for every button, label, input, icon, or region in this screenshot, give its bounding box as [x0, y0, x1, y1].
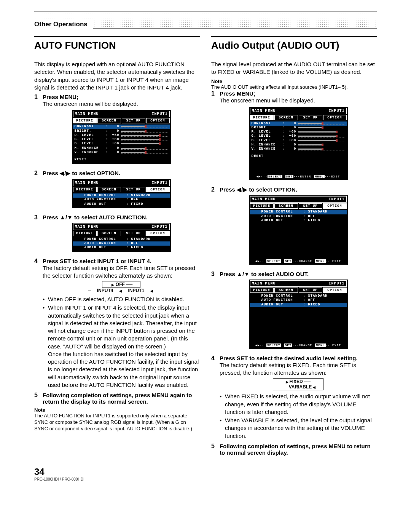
right-step-4: 4 Press SET to select the desired audio … [211, 355, 377, 441]
left-steps: 1 Press MENU; The onscreen menu will be … [34, 94, 200, 405]
osd-footer: ◀▶···SELECT SET···CHANGE MENU···EXIT [250, 343, 347, 347]
osd-row-label: POWER CONTROL [84, 193, 126, 198]
osd-row-value: +60 [110, 142, 121, 146]
osd-row-label: CONTRAST [252, 121, 282, 126]
osd-footer: ◀▶···SELECT SET···CHANGE MENU···EXIT [250, 259, 347, 263]
right-steps: 1 Press MENU; The onscreen menu will be … [211, 90, 377, 456]
osd-row-value: +60 [287, 130, 298, 134]
osd-row-label: G. LEVEL [252, 134, 282, 138]
cycle-diagram-fixed-variable: ▶ FIXED ── ── VARIABLE ◀ [260, 378, 336, 390]
osd-title: MAIN MENU [75, 112, 99, 116]
osd-row-label: BRIGHT. [75, 129, 105, 133]
osd-tab-screen: SCREEN [97, 231, 121, 236]
section-header-band: Other Operations [34, 11, 377, 29]
osd-title: MAIN MENU [252, 109, 276, 113]
osd-row-value: 0 [287, 126, 298, 130]
cycle-node: FIXED [289, 379, 303, 384]
step-number: 1 [211, 90, 220, 97]
bullet: When OFF is selected, AUTO FUNCTION is d… [43, 296, 200, 303]
left-step-1: 1 Press MENU; The onscreen menu will be … [34, 94, 200, 168]
osd-row-value: : FIXED [126, 246, 143, 250]
osd-row-label: AUDIO OUT [84, 246, 126, 250]
cycle-node: INPUT4 [97, 288, 113, 293]
osd-row-label: B. LEVEL [75, 142, 105, 146]
osd-title: MAIN MENU [252, 281, 276, 286]
osd-row-value: +60 [287, 139, 298, 143]
column-rule [34, 36, 200, 37]
osd-row-label: G. LEVEL [75, 137, 105, 142]
osd-input-label: INPUT1 [328, 281, 344, 286]
osd-option-menu: MAIN MENUINPUT1 PICTURE SCREEN SET UP OP… [249, 195, 348, 265]
osd-option-audio: MAIN MENUINPUT1 PICTURE SCREEN SET UP OP… [249, 280, 348, 349]
osd-row-label: R. LEVEL [252, 130, 282, 134]
step-title: Following completion of settings, press … [43, 392, 200, 405]
note-heading: Note [34, 407, 200, 413]
step-number: 5 [211, 443, 220, 450]
osd-row-label: H. ENHANCE [252, 143, 282, 147]
osd-tab-screen: SCREEN [97, 118, 121, 123]
right-title: Audio Output (AUDIO OUT) [211, 40, 377, 51]
bullet: When VARIABLE is selected, the level of … [220, 417, 377, 440]
osd-row-label: BRIGHT. [252, 126, 282, 130]
osd-tab-screen: SCREEN [274, 203, 298, 209]
osd-input-label: INPUT1 [151, 225, 167, 229]
step-title: Press MENU; [220, 90, 377, 97]
osd-tab-option: OPTION [146, 231, 170, 236]
step-desc: The factory default setting is OFF. Each… [43, 264, 200, 280]
step-title: Press ◀/▶ to select OPTION. [43, 170, 200, 177]
osd-row-label: AUDIO OUT [261, 219, 303, 223]
osd-row-value: +60 [287, 134, 298, 138]
osd-tab-option: OPTION [323, 115, 347, 120]
osd-option-autofunc: MAIN MENUINPUT1 PICTURE SCREEN SET UP OP… [72, 223, 171, 252]
cycle-node: VARIABLE [289, 384, 312, 390]
osd-row-label: V. ENHANCE [75, 150, 105, 155]
step-number: 3 [211, 271, 220, 278]
step-desc: The factory default setting is FIXED. Ea… [220, 361, 377, 377]
osd-reset: RESET [250, 153, 347, 159]
bullet: When INPUT 1 or INPUT 4 is selected, the… [43, 304, 200, 389]
osd-row-value: : STANDARD [126, 237, 151, 241]
step-number: 4 [34, 258, 43, 265]
column-rule [211, 36, 377, 37]
bullet: When FIXED is selected, the audio output… [220, 393, 377, 416]
model-label: PRO-1000HDI / PRO-800HDI [34, 477, 377, 481]
right-step-2: 2 Press ◀/▶ to select OPTION. MAIN MENUI… [211, 186, 377, 268]
left-step-5: 5 Following completion of settings, pres… [34, 392, 200, 405]
osd-tab-setup: SET UP [299, 203, 322, 209]
step-number: 5 [34, 392, 43, 399]
right-step-3: 3 Press ▲/▼ to select AUDIO OUT. MAIN ME… [211, 271, 377, 353]
osd-tab-picture: PICTURE [73, 118, 97, 123]
osd-row-label: POWER CONTROL [261, 210, 303, 214]
step-number: 4 [211, 355, 220, 362]
osd-picture-menu: MAIN MENUINPUT1 PICTURE SCREEN SET UP OP… [72, 110, 171, 164]
bullet-text: Once the function has switched to the se… [48, 351, 199, 388]
osd-tab-option: OPTION [146, 118, 170, 123]
osd-row-label: AUTO FUNCTION [261, 214, 303, 219]
osd-tab-screen: SCREEN [274, 288, 298, 293]
osd-row-value: : FIXED [126, 202, 143, 206]
right-step-5: 5 Following completion of settings, pres… [211, 443, 377, 456]
osd-row-label: POWER CONTROL [84, 237, 126, 241]
osd-tab-picture: PICTURE [250, 115, 274, 120]
osd-tab-setup: SET UP [299, 115, 322, 120]
osd-row-value: : OFF [303, 298, 315, 302]
osd-title: MAIN MENU [75, 181, 99, 185]
osd-tab-setup: SET UP [299, 288, 322, 293]
osd-row-label: B. LEVEL [252, 139, 282, 143]
bullet-text: When INPUT 1 or INPUT 4 is selected, the… [48, 304, 197, 349]
step-number: 2 [211, 186, 220, 193]
step-title: Press ◀/▶ to select OPTION. [220, 186, 377, 193]
osd-tab-setup: SET UP [122, 118, 145, 123]
osd-row-label: H. ENHANCE [75, 146, 105, 150]
osd-input-label: INPUT1 [151, 181, 167, 185]
step-desc: The onscreen menu will be displayed. [220, 97, 377, 104]
osd-row-value: 0 [110, 150, 121, 155]
step-desc: The onscreen menu will be displayed. [43, 100, 200, 108]
osd-tab-picture: PICTURE [250, 203, 274, 209]
osd-row-value: : OFF [303, 214, 315, 219]
osd-row-value: 0 [287, 147, 298, 151]
page-number: 34 [34, 466, 377, 477]
right-step-1: 1 Press MENU; The onscreen menu will be … [211, 90, 377, 184]
left-step-2: 2 Press ◀/▶ to select OPTION. MAIN MENUI… [34, 170, 200, 212]
step-title: Press ▲/▼ to select AUTO FUNCTION. [43, 214, 200, 220]
